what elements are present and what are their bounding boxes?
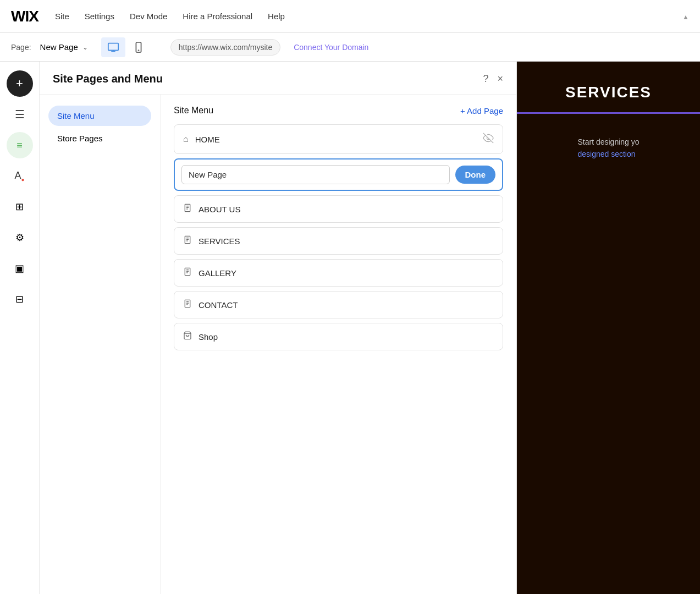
apps-button[interactable]: ⊞: [7, 194, 33, 220]
panel-right-content: Site Menu + Add Page ⌂ HOME: [161, 95, 516, 594]
pages-button[interactable]: ≡: [7, 132, 33, 158]
home-page-label: HOME: [195, 135, 220, 144]
site-pages-panel: Site Pages and Menu ? × Site Menu Store …: [40, 62, 517, 594]
shop-page-label: Shop: [199, 332, 218, 342]
text-design-icon: A●: [14, 170, 24, 183]
page-selector[interactable]: New Page ⌄: [40, 42, 88, 52]
media-icon: ▣: [15, 262, 24, 274]
nav-hire[interactable]: Hire a Professional: [183, 12, 252, 21]
connect-domain-link[interactable]: Connect Your Domain: [294, 43, 368, 52]
device-icons: [101, 37, 151, 57]
panel-left-nav: Site Menu Store Pages: [40, 95, 161, 594]
second-bar: Page: New Page ⌄ https://www.wix.com/mys…: [0, 33, 700, 62]
expand-icon[interactable]: ▲: [682, 13, 689, 21]
site-menu-label: Site Menu: [174, 106, 213, 116]
chevron-down-icon: ⌄: [82, 43, 88, 51]
page-item-services[interactable]: SERVICES: [174, 227, 503, 255]
panel-header: Site Pages and Menu ? ×: [40, 62, 516, 95]
top-nav: WIX Site Settings Dev Mode Hire a Profes…: [0, 0, 700, 33]
canvas-bottom: Start designing yo designed section: [566, 114, 650, 183]
url-bar: https://www.wix.com/mysite: [170, 39, 280, 56]
left-sidebar: + ☰ ≡ A● ⊞ ⚙ ▣ ⊟: [0, 62, 40, 594]
nav-help[interactable]: Help: [268, 12, 285, 21]
page-label: Page:: [11, 43, 31, 52]
page-item-shop[interactable]: Shop: [174, 323, 503, 350]
home-hidden-icon: [483, 133, 494, 146]
desktop-view-button[interactable]: [101, 37, 125, 57]
apps-icon: ⊞: [15, 201, 24, 213]
canvas-area: SERVICES Start designing yo designed sec…: [517, 62, 700, 594]
panel-title: Site Pages and Menu: [53, 73, 163, 85]
gallery-page-label: GALLERY: [199, 268, 236, 278]
page-item-home[interactable]: ⌂ HOME: [174, 124, 503, 154]
text-design-button[interactable]: A●: [7, 163, 33, 189]
wix-logo: WIX: [11, 8, 38, 25]
page-item-contact[interactable]: CONTACT: [174, 291, 503, 318]
page-item-new-editing: Done: [174, 158, 503, 191]
page-item-gallery[interactable]: GALLERY: [174, 259, 503, 287]
add-page-button[interactable]: + Add Page: [460, 106, 503, 116]
marketplace-icon: ⚙: [15, 232, 24, 244]
store-pages-tab[interactable]: Store Pages: [48, 128, 151, 148]
panel-right-header: Site Menu + Add Page: [174, 106, 503, 116]
services-page-label: SERVICES: [199, 237, 240, 246]
main-area: + ☰ ≡ A● ⊞ ⚙ ▣ ⊟ Site Pages and Menu: [0, 62, 700, 594]
menu-icon: ☰: [15, 108, 25, 121]
done-button[interactable]: Done: [455, 166, 496, 184]
aboutus-page-label: ABOUT US: [199, 205, 240, 214]
marketplace-button[interactable]: ⚙: [7, 224, 33, 251]
menu-button[interactable]: ☰: [7, 101, 33, 128]
mobile-view-button[interactable]: [126, 37, 151, 57]
canvas-services-section: SERVICES: [517, 62, 700, 114]
services-heading: SERVICES: [565, 84, 652, 101]
shop-page-icon: [183, 331, 192, 342]
add-elements-button[interactable]: +: [7, 70, 33, 97]
table-button[interactable]: ⊟: [7, 286, 33, 312]
nav-site[interactable]: Site: [55, 12, 69, 21]
contact-page-label: CONTACT: [199, 300, 238, 310]
canvas-bottom-link[interactable]: designed section: [577, 150, 635, 158]
canvas-bottom-text: Start designing yo: [577, 138, 639, 146]
table-icon: ⊟: [15, 293, 24, 305]
page-item-aboutus[interactable]: ABOUT US: [174, 195, 503, 223]
current-page-name: New Page: [40, 42, 78, 52]
dialog-backdrop: Site Pages and Menu ? × Site Menu Store …: [40, 62, 700, 594]
panel-body: Site Menu Store Pages Site Menu + Add Pa…: [40, 95, 516, 594]
aboutus-page-icon: [183, 204, 192, 215]
home-page-icon: ⌂: [183, 134, 189, 144]
page-name-input[interactable]: [181, 165, 450, 184]
pages-icon: ≡: [16, 140, 23, 151]
site-menu-tab[interactable]: Site Menu: [48, 106, 151, 126]
nav-devmode[interactable]: Dev Mode: [130, 12, 167, 21]
gallery-page-icon: [183, 267, 192, 278]
nav-links: Site Settings Dev Mode Hire a Profession…: [55, 12, 285, 21]
nav-settings[interactable]: Settings: [85, 12, 114, 21]
panel-header-icons: ? ×: [483, 73, 503, 85]
media-button[interactable]: ▣: [7, 255, 33, 282]
svg-rect-0: [108, 43, 118, 50]
contact-page-icon: [183, 299, 192, 310]
panel-help-button[interactable]: ?: [483, 73, 488, 85]
panel-close-button[interactable]: ×: [497, 73, 503, 85]
top-nav-right: ▲: [682, 12, 689, 21]
services-page-icon: [183, 235, 192, 246]
